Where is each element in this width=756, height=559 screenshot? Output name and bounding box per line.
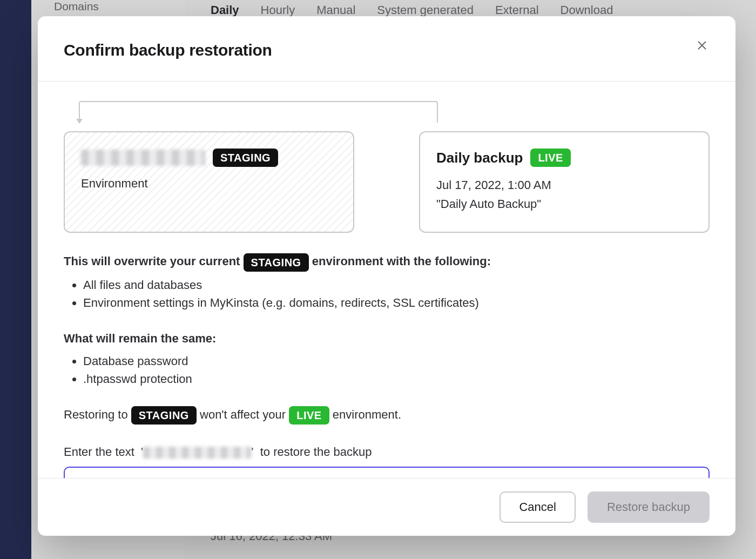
restoring-note: Restoring to STAGING won't affect your L…: [64, 406, 710, 425]
modal-footer: Cancel Restore backup: [38, 478, 735, 536]
confirm-label-prefix: Enter the text: [64, 445, 134, 459]
remain-heading: What will remain the same:: [64, 329, 710, 348]
restore-direction-arrow: [79, 101, 710, 123]
staging-badge-inline-2: STAGING: [131, 406, 197, 425]
restore-backup-button[interactable]: Restore backup: [588, 491, 710, 523]
live-badge-inline: LIVE: [289, 406, 329, 425]
restoring-note-suffix: environment.: [333, 408, 401, 421]
remain-list: Database password .htpasswd protection: [83, 354, 710, 386]
confirm-restore-modal: Confirm backup restoration STAGING Envir…: [38, 16, 735, 536]
confirm-text-input[interactable]: [64, 467, 710, 478]
cancel-button[interactable]: Cancel: [500, 491, 575, 523]
live-badge: LIVE: [530, 149, 570, 167]
overwrite-warning-suffix: environment with the following:: [312, 254, 491, 268]
confirm-label-suffix: to restore the backup: [260, 445, 372, 459]
staging-badge-inline: STAGING: [244, 253, 309, 272]
source-backup-title: Daily backup: [436, 150, 523, 166]
destination-sub-label: Environment: [81, 177, 337, 191]
confirm-input-label: Enter the text '' to restore the backup: [64, 445, 710, 459]
restoring-note-mid: won't affect your: [200, 408, 286, 421]
staging-badge: STAGING: [213, 149, 278, 167]
close-button[interactable]: [694, 38, 710, 53]
modal-title: Confirm backup restoration: [64, 41, 272, 59]
source-backup-timestamp: Jul 17, 2022, 1:00 AM: [436, 176, 692, 194]
overwrite-warning: This will overwrite your current STAGING…: [64, 252, 710, 271]
source-backup-name: "Daily Auto Backup": [436, 194, 692, 213]
restoring-note-prefix: Restoring to: [64, 408, 128, 421]
list-item: Database password: [83, 354, 710, 368]
destination-env-card: STAGING Environment: [64, 131, 354, 233]
arrow-down-icon: [76, 119, 83, 124]
modal-header: Confirm backup restoration: [38, 16, 735, 82]
close-icon: [696, 39, 708, 51]
source-backup-card: Daily backup LIVE Jul 17, 2022, 1:00 AM …: [419, 131, 710, 233]
modal-body: STAGING Environment Daily backup LIVE Ju…: [38, 82, 735, 478]
list-item: All files and databases: [83, 278, 710, 292]
overwrite-warning-prefix: This will overwrite your current: [64, 254, 240, 268]
site-name-redacted: [81, 150, 205, 166]
list-item: .htpasswd protection: [83, 372, 710, 386]
confirm-text-redacted: [143, 447, 251, 459]
overwrite-list: All files and databases Environment sett…: [83, 278, 710, 310]
list-item: Environment settings in MyKinsta (e.g. d…: [83, 296, 710, 310]
